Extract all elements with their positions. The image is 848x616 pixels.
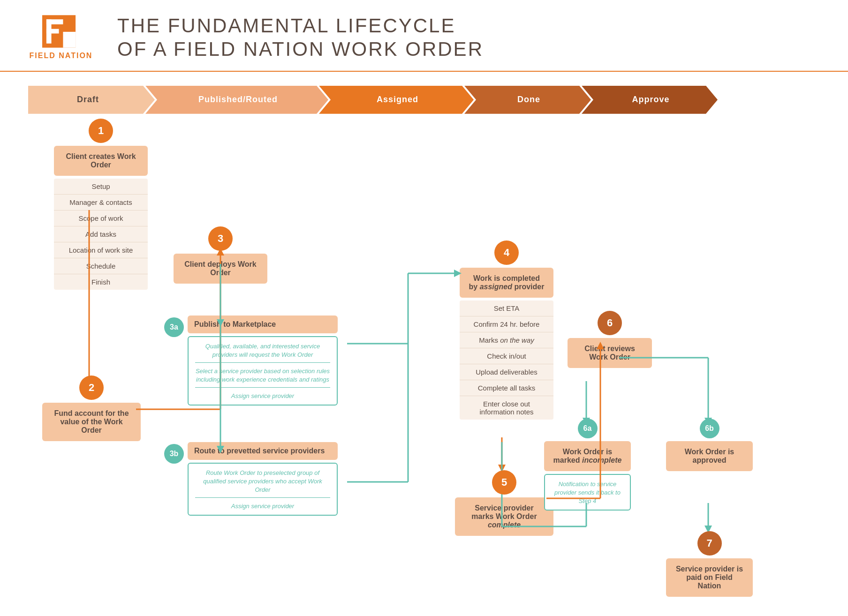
step2-circle: 2 bbox=[79, 376, 104, 400]
step3a-note2: Select a service provider based on selec… bbox=[196, 368, 330, 383]
list-item: Schedule bbox=[54, 258, 148, 274]
step4-circle: 4 bbox=[494, 240, 519, 265]
step1-container: 1 Client creates Work Order Setup Manage… bbox=[54, 119, 148, 290]
list-item: Check in/out bbox=[460, 348, 553, 364]
step7-circle: 7 bbox=[697, 531, 722, 556]
step2-title: Fund account for the value of the Work O… bbox=[54, 409, 129, 434]
step3a-box: Publish to Marketplace bbox=[188, 316, 338, 333]
header-title-line1: THE FUNDAMENTAL LIFECYCLE bbox=[117, 14, 484, 38]
step6b-container: 6b Work Order is approved bbox=[666, 419, 753, 471]
step7-container: 7 Service provider is paid on Field Nati… bbox=[666, 531, 753, 597]
step2-container: 2 Fund account for the value of the Work… bbox=[42, 376, 141, 441]
step3-circle: 3 bbox=[208, 226, 233, 251]
stage-approve: Approve bbox=[582, 86, 718, 114]
step5-box: Service provider marks Work Order comple… bbox=[455, 497, 553, 536]
step3b-note-box: Route Work Order to preselected group of… bbox=[188, 463, 338, 516]
step3a-note1-box: Qualified, available, and interested ser… bbox=[188, 336, 338, 406]
list-item: Add tasks bbox=[54, 226, 148, 242]
step6-circle: 6 bbox=[598, 311, 622, 335]
step4-box: Work is completed by assigned provider bbox=[460, 268, 553, 298]
main-diagram: 1 Client creates Work Order Setup Manage… bbox=[28, 119, 820, 569]
step6a-number: 6a bbox=[583, 424, 592, 433]
list-item: Manager & contacts bbox=[54, 195, 148, 210]
step1-box: Client creates Work Order bbox=[54, 146, 148, 176]
list-item: Enter close out information notes bbox=[460, 396, 553, 420]
stage-label-done: Done bbox=[517, 95, 540, 105]
svg-rect-3 bbox=[46, 29, 59, 34]
step6b-circle: 6b bbox=[700, 419, 719, 438]
step7-number: 7 bbox=[706, 537, 712, 549]
step6a-circle: 6a bbox=[578, 419, 598, 438]
list-item: Confirm 24 hr. before bbox=[460, 316, 553, 332]
step6-title: Client reviews Work Order bbox=[584, 345, 635, 361]
step3b-container: 3b Route to prevetted service providers … bbox=[164, 442, 338, 516]
step7-title: Service provider is paid on Field Nation bbox=[676, 565, 743, 590]
step3-box: Client deploys Work Order bbox=[174, 254, 267, 284]
step4-list: Set ETA Confirm 24 hr. before Marks on t… bbox=[460, 300, 553, 420]
stage-done: Done bbox=[464, 86, 591, 114]
stage-draft: Draft bbox=[28, 86, 155, 114]
step2-box: Fund account for the value of the Work O… bbox=[42, 403, 141, 441]
stage-assigned: Assigned bbox=[319, 86, 474, 114]
step1-number: 1 bbox=[98, 125, 104, 137]
logo-area: FIELD NATION bbox=[28, 15, 94, 60]
svg-rect-4 bbox=[63, 32, 76, 48]
step1-title: Client creates Work Order bbox=[66, 152, 136, 169]
step3-title: Client deploys Work Order bbox=[184, 260, 257, 277]
step1-circle: 1 bbox=[89, 119, 113, 143]
step3b-title: Route to prevetted service providers bbox=[194, 447, 325, 455]
step1-list: Setup Manager & contacts Scope of work A… bbox=[54, 179, 148, 290]
step3a-title: Publish to Marketplace bbox=[194, 320, 276, 328]
step6a-box: Work Order is marked incomplete bbox=[544, 441, 631, 471]
step6a-container: 6a Work Order is marked incomplete Notif… bbox=[544, 419, 631, 511]
step3a-note1: Qualified, available, and interested ser… bbox=[205, 343, 320, 358]
step3b-number: 3b bbox=[170, 450, 179, 458]
step6-number: 6 bbox=[607, 317, 613, 329]
step6a-note-box: Notification to service provider sends i… bbox=[544, 474, 631, 511]
step4-number: 4 bbox=[504, 247, 509, 259]
step6a-note: Notification to service provider sends i… bbox=[554, 481, 621, 504]
step3-number: 3 bbox=[218, 233, 223, 245]
step6-box: Client reviews Work Order bbox=[568, 338, 652, 368]
stage-label-published: Published/Routed bbox=[198, 95, 278, 105]
header-title: THE FUNDAMENTAL LIFECYCLE OF A FIELD NAT… bbox=[117, 14, 484, 61]
step3a-container: 3a Publish to Marketplace Qualified, ava… bbox=[164, 316, 338, 406]
step5-circle: 5 bbox=[492, 470, 516, 495]
step5-number: 5 bbox=[501, 476, 507, 488]
stage-label-draft: Draft bbox=[77, 95, 99, 105]
step3a-number: 3a bbox=[170, 323, 178, 331]
list-item: Location of work site bbox=[54, 242, 148, 258]
list-item: Scope of work bbox=[54, 210, 148, 226]
stage-published: Published/Routed bbox=[145, 86, 328, 114]
step2-number: 2 bbox=[89, 382, 94, 394]
header-title-line2: OF A FIELD NATION WORK ORDER bbox=[117, 38, 484, 61]
step7-box: Service provider is paid on Field Nation bbox=[666, 558, 753, 597]
list-item: Upload deliverables bbox=[460, 364, 553, 380]
step3a-note3: Assign service provider bbox=[231, 392, 294, 399]
step3-container: 3 Client deploys Work Order bbox=[174, 226, 267, 284]
step3a-circle: 3a bbox=[164, 317, 184, 337]
step3b-note1: Route Work Order to preselected group of… bbox=[203, 469, 322, 493]
list-item: Setup bbox=[54, 179, 148, 195]
stages-bar: Draft Published/Routed Assigned Done App… bbox=[28, 86, 820, 114]
step5-container: 5 Service provider marks Work Order comp… bbox=[455, 470, 553, 536]
step6b-number: 6b bbox=[705, 424, 714, 433]
page: FIELD NATION THE FUNDAMENTAL LIFECYCLE O… bbox=[0, 0, 848, 616]
step4-container: 4 Work is completed by assigned provider… bbox=[460, 240, 553, 420]
stage-label-approve: Approve bbox=[632, 95, 669, 105]
step6-container: 6 Client reviews Work Order bbox=[568, 311, 652, 368]
step6b-box: Work Order is approved bbox=[666, 441, 753, 471]
stage-label-assigned: Assigned bbox=[377, 95, 418, 105]
list-item: Complete all tasks bbox=[460, 380, 553, 396]
step6b-title: Work Order is approved bbox=[685, 448, 734, 464]
header: FIELD NATION THE FUNDAMENTAL LIFECYCLE O… bbox=[0, 0, 848, 72]
step3b-circle: 3b bbox=[164, 444, 184, 464]
step3b-box: Route to prevetted service providers bbox=[188, 442, 338, 460]
list-item: Marks on the way bbox=[460, 332, 553, 348]
logo-text: FIELD NATION bbox=[30, 52, 93, 60]
list-item: Set ETA bbox=[460, 300, 553, 316]
field-nation-logo-icon bbox=[42, 15, 80, 48]
list-item: Finish bbox=[54, 274, 148, 290]
step3b-note2: Assign service provider bbox=[231, 503, 294, 510]
